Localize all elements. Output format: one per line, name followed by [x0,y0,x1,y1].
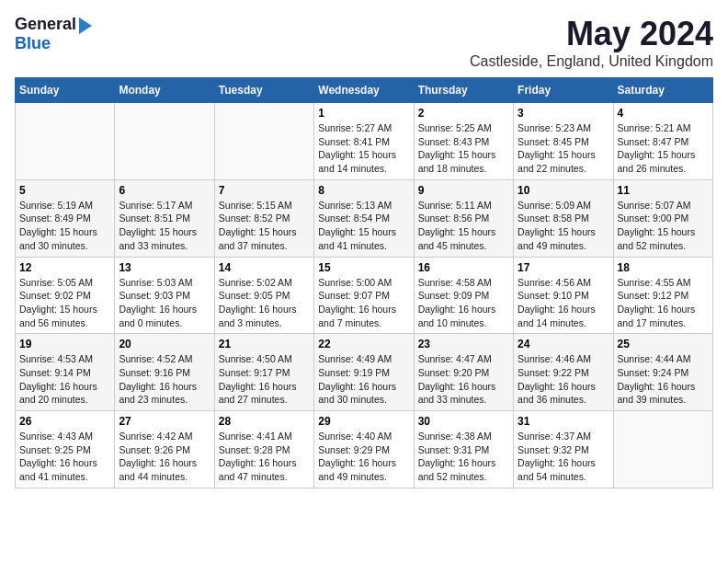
day-info: Sunrise: 5:11 AM Sunset: 8:56 PM Dayligh… [418,199,509,253]
day-number: 5 [19,184,110,197]
table-row: 19Sunrise: 4:53 AM Sunset: 9:14 PM Dayli… [16,334,115,411]
day-info: Sunrise: 4:44 AM Sunset: 9:24 PM Dayligh… [618,352,709,407]
day-number: 18 [618,261,709,274]
day-info: Sunrise: 5:03 AM Sunset: 9:03 PM Dayligh… [119,276,210,330]
day-number: 22 [318,338,409,350]
table-row: 9Sunrise: 5:11 AM Sunset: 8:56 PM Daylig… [414,179,513,257]
header-tuesday: Tuesday [214,78,313,103]
day-number: 27 [119,415,210,428]
calendar-table: Sunday Monday Tuesday Wednesday Thursday… [15,77,713,488]
day-number: 25 [618,338,709,350]
table-row: 22Sunrise: 4:49 AM Sunset: 9:19 PM Dayli… [314,334,414,411]
day-info: Sunrise: 4:37 AM Sunset: 9:32 PM Dayligh… [518,430,609,484]
day-info: Sunrise: 4:55 AM Sunset: 9:12 PM Dayligh… [618,276,709,330]
day-number: 26 [19,415,110,428]
calendar-week-row: 5Sunrise: 5:19 AM Sunset: 8:49 PM Daylig… [16,179,713,257]
calendar-week-row: 12Sunrise: 5:05 AM Sunset: 9:02 PM Dayli… [16,257,713,334]
table-row: 17Sunrise: 4:56 AM Sunset: 9:10 PM Dayli… [514,257,613,334]
day-info: Sunrise: 4:53 AM Sunset: 9:14 PM Dayligh… [19,352,110,407]
day-number: 9 [418,184,509,197]
table-row: 11Sunrise: 5:07 AM Sunset: 9:00 PM Dayli… [613,179,712,257]
day-number: 2 [418,107,509,120]
table-row: 24Sunrise: 4:46 AM Sunset: 9:22 PM Dayli… [514,334,613,411]
table-row: 13Sunrise: 5:03 AM Sunset: 9:03 PM Dayli… [115,257,214,334]
day-number: 28 [219,415,310,428]
logo: General Blue [15,15,92,53]
day-info: Sunrise: 5:15 AM Sunset: 8:52 PM Dayligh… [219,199,310,253]
table-row: 4Sunrise: 5:21 AM Sunset: 8:47 PM Daylig… [613,103,712,180]
title-block: May 2024 Castleside, England, United Kin… [470,15,713,70]
day-info: Sunrise: 4:58 AM Sunset: 9:09 PM Dayligh… [418,276,509,330]
day-number: 13 [119,261,210,274]
day-info: Sunrise: 4:42 AM Sunset: 9:26 PM Dayligh… [119,430,210,484]
table-row: 29Sunrise: 4:40 AM Sunset: 9:29 PM Dayli… [314,411,414,488]
table-row: 2Sunrise: 5:25 AM Sunset: 8:43 PM Daylig… [414,103,513,180]
table-row: 10Sunrise: 5:09 AM Sunset: 8:58 PM Dayli… [514,179,613,257]
header-sunday: Sunday [16,78,115,103]
logo-blue-text: Blue [15,34,51,52]
table-row: 3Sunrise: 5:23 AM Sunset: 8:45 PM Daylig… [514,103,613,180]
header-monday: Monday [115,78,214,103]
day-info: Sunrise: 5:05 AM Sunset: 9:02 PM Dayligh… [19,276,110,330]
day-info: Sunrise: 4:46 AM Sunset: 9:22 PM Dayligh… [518,352,609,407]
day-info: Sunrise: 5:02 AM Sunset: 9:05 PM Dayligh… [219,276,310,330]
day-info: Sunrise: 5:17 AM Sunset: 8:51 PM Dayligh… [119,199,210,253]
table-row: 26Sunrise: 4:43 AM Sunset: 9:25 PM Dayli… [16,411,115,488]
day-info: Sunrise: 5:27 AM Sunset: 8:41 PM Dayligh… [318,121,409,176]
day-number: 17 [518,261,609,274]
day-number: 21 [219,338,310,350]
calendar-week-row: 19Sunrise: 4:53 AM Sunset: 9:14 PM Dayli… [16,334,713,411]
header-thursday: Thursday [414,78,513,103]
day-number: 14 [219,261,310,274]
day-number: 23 [418,338,509,350]
day-info: Sunrise: 5:23 AM Sunset: 8:45 PM Dayligh… [518,121,609,176]
day-number: 30 [418,415,509,428]
day-info: Sunrise: 5:19 AM Sunset: 8:49 PM Dayligh… [19,199,110,253]
day-info: Sunrise: 4:56 AM Sunset: 9:10 PM Dayligh… [518,276,609,330]
page-header: General Blue May 2024 Castleside, Englan… [15,15,713,70]
day-info: Sunrise: 4:50 AM Sunset: 9:17 PM Dayligh… [219,352,310,407]
day-info: Sunrise: 5:00 AM Sunset: 9:07 PM Dayligh… [318,276,409,330]
calendar-week-row: 26Sunrise: 4:43 AM Sunset: 9:25 PM Dayli… [16,411,713,488]
day-number: 7 [219,184,310,197]
header-friday: Friday [514,78,613,103]
table-row: 15Sunrise: 5:00 AM Sunset: 9:07 PM Dayli… [314,257,414,334]
table-row: 27Sunrise: 4:42 AM Sunset: 9:26 PM Dayli… [115,411,214,488]
table-row: 7Sunrise: 5:15 AM Sunset: 8:52 PM Daylig… [214,179,313,257]
day-number: 31 [518,415,609,428]
table-row: 20Sunrise: 4:52 AM Sunset: 9:16 PM Dayli… [115,334,214,411]
header-wednesday: Wednesday [314,78,414,103]
table-row: 1Sunrise: 5:27 AM Sunset: 8:41 PM Daylig… [314,103,414,180]
calendar-week-row: 1Sunrise: 5:27 AM Sunset: 8:41 PM Daylig… [16,103,713,180]
table-row: 6Sunrise: 5:17 AM Sunset: 8:51 PM Daylig… [115,179,214,257]
table-row: 23Sunrise: 4:47 AM Sunset: 9:20 PM Dayli… [414,334,513,411]
day-number: 1 [318,107,409,120]
day-number: 4 [618,107,709,120]
day-info: Sunrise: 5:13 AM Sunset: 8:54 PM Dayligh… [318,199,409,253]
table-row [613,411,712,488]
day-info: Sunrise: 5:09 AM Sunset: 8:58 PM Dayligh… [518,199,609,253]
table-row: 14Sunrise: 5:02 AM Sunset: 9:05 PM Dayli… [214,257,313,334]
table-row [16,103,115,180]
day-info: Sunrise: 4:41 AM Sunset: 9:28 PM Dayligh… [219,430,310,484]
day-number: 11 [618,184,709,197]
day-number: 12 [19,261,110,274]
day-info: Sunrise: 5:21 AM Sunset: 8:47 PM Dayligh… [618,121,709,176]
day-info: Sunrise: 4:43 AM Sunset: 9:25 PM Dayligh… [19,430,110,484]
logo-arrow-icon [79,17,92,34]
day-number: 29 [318,415,409,428]
day-number: 20 [119,338,210,350]
day-number: 8 [318,184,409,197]
table-row: 25Sunrise: 4:44 AM Sunset: 9:24 PM Dayli… [613,334,712,411]
day-info: Sunrise: 4:52 AM Sunset: 9:16 PM Dayligh… [119,352,210,407]
table-row [214,103,313,180]
table-row: 5Sunrise: 5:19 AM Sunset: 8:49 PM Daylig… [16,179,115,257]
day-info: Sunrise: 4:38 AM Sunset: 9:31 PM Dayligh… [418,430,509,484]
location-text: Castleside, England, United Kingdom [470,53,713,70]
day-info: Sunrise: 5:25 AM Sunset: 8:43 PM Dayligh… [418,121,509,176]
logo-general-text: General [15,15,76,34]
header-saturday: Saturday [613,78,712,103]
table-row: 21Sunrise: 4:50 AM Sunset: 9:17 PM Dayli… [214,334,313,411]
day-info: Sunrise: 5:07 AM Sunset: 9:00 PM Dayligh… [618,199,709,253]
day-info: Sunrise: 4:47 AM Sunset: 9:20 PM Dayligh… [418,352,509,407]
